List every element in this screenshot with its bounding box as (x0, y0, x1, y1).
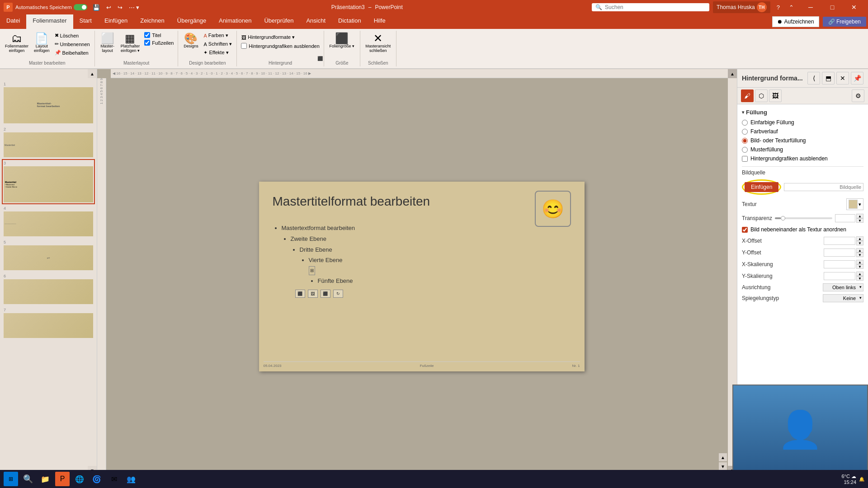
spin-up[interactable]: ▲ (856, 214, 863, 218)
start-button[interactable]: ⊞ (4, 472, 18, 486)
x-offset-up[interactable]: ▲ (856, 236, 863, 241)
hintergrundformate-button[interactable]: 🖼 Hintergrundformate ▾ (240, 33, 321, 41)
tab-datei[interactable]: Datei (0, 14, 26, 29)
panel-restore-button[interactable]: ⬒ (822, 72, 835, 84)
bild-nebeneinander-checkbox[interactable] (742, 227, 748, 233)
tab-dictation[interactable]: Dictation (332, 14, 368, 29)
y-skal-up[interactable]: ▲ (856, 272, 863, 276)
tab-animationen[interactable]: Animationen (212, 14, 258, 29)
taskbar-search[interactable]: 🔍 (21, 472, 35, 486)
effekte-button[interactable]: ✦ Effekte ▾ (202, 49, 234, 56)
x-offset-down[interactable]: ▼ (856, 241, 863, 245)
scroll-up-button[interactable]: ▲ (88, 69, 97, 78)
panel-close-button[interactable]: ✕ (836, 72, 849, 84)
x-skal-up[interactable]: ▲ (856, 260, 863, 264)
hintergrundgrafiken-checkbox[interactable]: Hintergrundgrafiken ausblenden (240, 42, 321, 49)
close-button[interactable]: ✕ (844, 0, 864, 14)
search-input[interactable] (605, 4, 695, 10)
y-offset-input[interactable]: 0 Pt. (824, 249, 855, 257)
scroll-canvas-up[interactable]: ▲ (728, 69, 737, 78)
radio-farbverlauf[interactable]: Farbverlauf (742, 128, 863, 135)
help-icon-button[interactable]: ? (774, 3, 783, 12)
transparenz-slider[interactable] (775, 217, 832, 219)
taskbar-files[interactable]: 📁 (38, 472, 52, 486)
masterlayout-button[interactable]: ⬜ Master-layout (98, 32, 118, 54)
redo-button[interactable]: ↪ (115, 3, 125, 12)
taskbar-edge[interactable]: 🌀 (90, 472, 104, 486)
taskbar-powerpoint[interactable]: P (55, 472, 70, 486)
minimize-button[interactable]: ─ (800, 0, 821, 14)
slide-thumb-3[interactable]: 3 Mastertitel • Mastertext• Zweite Ebene (2, 159, 95, 204)
fuellung-section-header[interactable]: ▾ Füllung (742, 109, 863, 116)
masteransicht-schliessen-button[interactable]: ✕ Masteransichtschließen (363, 32, 393, 54)
nav-up-button[interactable]: ▲ (719, 453, 727, 461)
tab-einfuegen[interactable]: Einfügen (98, 14, 134, 29)
platzhalter-einfuegen-button[interactable]: ▦ Platzhaltereinfügen ▾ (118, 32, 142, 54)
more-button[interactable]: ⋯ ▾ (126, 3, 142, 12)
layout-einfuegen-button[interactable]: 📄 Layouteinfügen (32, 32, 52, 54)
ribbon-collapse-button[interactable]: ⌃ (786, 3, 797, 12)
slide-canvas[interactable]: Mastertitelformat bearbeiten 😊 Mastertex… (259, 182, 585, 371)
panel-tab-image[interactable]: 🖼 (769, 89, 782, 102)
tab-zeichnen[interactable]: Zeichnen (134, 14, 170, 29)
x-skalierung-input[interactable]: 100% (824, 260, 855, 268)
slide-thumb-4[interactable]: 4 ───────── (2, 204, 95, 238)
transparenz-input[interactable]: 0% (835, 214, 855, 222)
radio-einfarbig[interactable]: Einfarbige Füllung (742, 119, 863, 126)
textur-select[interactable]: ▾ (846, 198, 863, 210)
schriften-button[interactable]: A Schriften ▾ (202, 40, 234, 48)
x-offset-input[interactable]: 0 Pt. (824, 237, 855, 245)
undo-button[interactable]: ↩ (104, 3, 114, 12)
y-skal-down[interactable]: ▼ (856, 276, 863, 281)
taskbar-teams[interactable]: 👥 (124, 472, 138, 486)
y-skalierung-input[interactable]: 100% (824, 272, 855, 280)
ausrichtung-select[interactable]: Oben links Oben Mitte Oben rechts (823, 283, 863, 291)
spiegelungstyp-select[interactable]: Keine Horizontal Vertikal (823, 294, 863, 302)
beibehalten-button[interactable]: 📌 Beibehalten (53, 49, 92, 56)
y-offset-down[interactable]: ▼ (856, 253, 863, 257)
tab-folienmaster[interactable]: Folienmaster (26, 14, 73, 29)
user-button[interactable]: Thomas Hruska TH (713, 1, 770, 13)
panel-settings-icon[interactable]: ⚙ (852, 89, 864, 102)
folienmaster-einfuegen-button[interactable]: 🗂 Folienmastereinfügen (3, 32, 31, 54)
autosave-toggle[interactable] (74, 4, 87, 10)
slider-thumb[interactable] (781, 216, 785, 221)
slide-thumb-2[interactable]: 2 Mastertitel (2, 125, 95, 159)
bildquelle-input[interactable] (784, 183, 863, 191)
umbenennen-button[interactable]: ✏ Umbenennen (53, 40, 92, 48)
aufzeichnen-button[interactable]: ⏺ Aufzeichnen (772, 16, 819, 27)
tab-uebergaenge[interactable]: Übergänge (171, 14, 212, 29)
x-skal-down[interactable]: ▼ (856, 264, 863, 269)
foliengroesse-button[interactable]: ⬛ Foliengröße ▾ (327, 32, 357, 50)
freigeben-button[interactable]: 🔗 Freigeben (823, 17, 866, 27)
y-offset-up[interactable]: ▲ (856, 248, 863, 253)
tab-ansicht[interactable]: Ansicht (300, 14, 332, 29)
radio-bild-textur[interactable]: Bild- oder Texturfüllung (742, 137, 863, 144)
titel-checkbox[interactable]: Titel (143, 32, 175, 38)
maximize-button[interactable]: □ (822, 0, 843, 14)
panel-tab-fill[interactable]: 🖌 (741, 89, 754, 102)
einfuegen-button[interactable]: Einfügen (745, 182, 778, 192)
panel-tab-border[interactable]: ⬡ (755, 89, 768, 102)
nav-down-button[interactable]: ▼ (719, 462, 727, 470)
slide-thumb-5[interactable]: 5 grid (2, 238, 95, 272)
taskbar-browser[interactable]: 🌐 (72, 472, 87, 486)
tab-start[interactable]: Start (73, 14, 98, 29)
farben-button[interactable]: A Farben ▾ (202, 32, 234, 39)
radio-muster[interactable]: Musterfüllung (742, 146, 863, 153)
slide-thumb-7[interactable]: 7 (2, 306, 95, 340)
tab-hilfe[interactable]: Hilfe (368, 14, 392, 29)
slide-thumb-1[interactable]: 1 Mastertitel-format bearbeiten (2, 80, 95, 125)
taskbar-outlook[interactable]: ✉ (107, 472, 121, 486)
slide-thumb-6[interactable]: 6 (2, 272, 95, 306)
designs-button[interactable]: 🎨 Designs (181, 32, 201, 50)
loeschen-button[interactable]: ✖ Löschen (53, 32, 92, 39)
hintergrund-expand[interactable]: ⬛ (317, 56, 323, 61)
search-bar[interactable]: 🔍 (592, 3, 709, 11)
panel-back-button[interactable]: ⟨ (807, 72, 820, 84)
spin-down[interactable]: ▼ (856, 218, 863, 223)
tab-ueberprufen[interactable]: Überprüfen (258, 14, 300, 29)
notification-area[interactable]: 🔔 (859, 477, 864, 482)
fusszeilen-checkbox[interactable]: Fußzeilen (143, 39, 175, 46)
save-button[interactable]: 💾 (90, 3, 103, 12)
